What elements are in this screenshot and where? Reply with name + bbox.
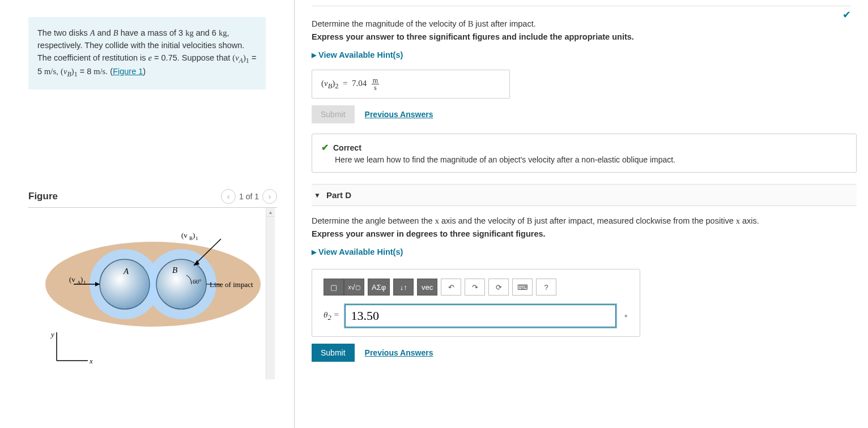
part-d-title: Part D (326, 190, 351, 200)
label-y: y (50, 330, 54, 339)
figure-pager: ‹ 1 of 1 › (221, 189, 277, 204)
hints-toggle[interactable]: ▶ View Available Hint(s) (312, 50, 403, 59)
figure-body: ▴ (28, 208, 277, 379)
help-button[interactable]: ? (536, 279, 556, 296)
unit-kg: kg (219, 28, 227, 37)
unit-ms: m/s (44, 67, 56, 76)
label-A: A (123, 267, 129, 276)
figure-diagram: A B (v A ) 1 (v B ) 1 (34, 219, 266, 378)
label-line-of-impact: Line of impact (210, 280, 253, 289)
scrollbar[interactable]: ▴ (266, 208, 275, 379)
text: have a mass of 3 (118, 28, 185, 37)
answer-label: (vB)2 = (321, 79, 352, 88)
unit-ms: m/s (93, 67, 105, 76)
var-va: (vA)1 (232, 53, 249, 62)
hints-label: View Available Hint(s) (318, 50, 403, 59)
sqrt-tool[interactable]: x√▢ (344, 279, 364, 296)
answer-input[interactable] (345, 305, 616, 327)
caret-right-icon: ▶ (312, 249, 316, 256)
part-d-block: Determine the angle between the x axis a… (312, 216, 857, 362)
part-d-prompt: Determine the angle between the x axis a… (312, 216, 857, 226)
answer-value: 7.04 (352, 79, 367, 88)
submit-row: Submit Previous Answers (312, 344, 857, 362)
part-c-block: Determine the magnitude of the velocity … (312, 19, 857, 173)
equation-toolbar: ▢ x√▢ ΑΣφ ↓↑ vec ↶ ↷ ⟳ ⌨ (324, 279, 628, 296)
text: . ( (105, 67, 113, 76)
feedback-title: ✔ Correct (321, 142, 847, 153)
figure-link[interactable]: Figure 1 (113, 67, 143, 76)
problem-statement: The two disks A and B have a mass of 3 k… (28, 17, 266, 89)
unit-kg: kg (185, 28, 194, 37)
scroll-up-icon[interactable]: ▴ (266, 208, 275, 217)
submit-button: Submit (312, 105, 355, 123)
feedback-box: ✔ Correct Here we learn how to find the … (312, 134, 857, 173)
template-tool[interactable]: ▢ (324, 279, 344, 296)
hints-label: View Available Hint(s) (318, 247, 403, 256)
right-panel: ✔ Determine the magnitude of the velocit… (295, 0, 868, 428)
theta-label: θ2 = (324, 310, 339, 322)
previous-answers-link[interactable]: Previous Answers (365, 348, 433, 357)
text: and (95, 28, 113, 37)
part-d-header[interactable]: ▼ Part D (312, 184, 857, 206)
label-B: B (172, 266, 177, 275)
text: , (56, 67, 61, 76)
text: The two disks (37, 28, 90, 37)
reset-button[interactable]: ⟳ (488, 279, 509, 296)
part-d-instructions: Express your answer in degrees to three … (312, 229, 857, 238)
figure-title: Figure (28, 191, 58, 202)
next-figure-button[interactable]: › (262, 189, 277, 204)
svg-text:1: 1 (83, 280, 86, 285)
text: = 0.75. Suppose that (152, 53, 232, 62)
hints-toggle[interactable]: ▶ View Available Hint(s) (312, 247, 403, 256)
label-x: x (89, 357, 93, 365)
svg-text:1: 1 (195, 236, 198, 241)
caret-down-icon: ▼ (314, 191, 321, 199)
disk-B: B (113, 28, 118, 37)
figure-header: Figure ‹ 1 of 1 › (28, 186, 277, 208)
submit-button[interactable]: Submit (312, 344, 355, 362)
figure-section: Figure ‹ 1 of 1 › ▴ (28, 186, 277, 379)
var-B: B (527, 216, 533, 225)
answer-input-panel: ▢ x√▢ ΑΣφ ↓↑ vec ↶ ↷ ⟳ ⌨ (312, 269, 640, 337)
label-vB1: (v (181, 231, 188, 239)
part-complete-check-icon: ✔ (312, 6, 851, 21)
keyboard-button[interactable]: ⌨ (512, 279, 533, 296)
redo-button[interactable]: ↷ (465, 279, 485, 296)
text: = 8 (78, 67, 94, 76)
var-vb: (vB)1 (61, 67, 78, 76)
input-row: θ2 = ∘ (324, 305, 628, 327)
disk-A: A (90, 28, 95, 37)
vec-tool[interactable]: vec (417, 279, 437, 296)
label-vA1: (v (69, 275, 75, 284)
text: just after impact, measured clockwise fr… (532, 216, 735, 225)
answer-display: (vB)2 = 7.04 ms (312, 70, 510, 99)
text: Determine the angle between the (312, 216, 435, 225)
updown-tool[interactable]: ↓↑ (393, 279, 414, 296)
svg-text:): ) (80, 275, 83, 284)
previous-answers-link[interactable]: Previous Answers (365, 110, 433, 119)
text: and 6 (194, 28, 219, 37)
part-c-instructions: Express your answer to three significant… (312, 32, 857, 41)
label-angle: 60° (193, 278, 201, 285)
submit-row: Submit Previous Answers (312, 105, 857, 123)
svg-text:): ) (193, 231, 195, 239)
undo-button[interactable]: ↶ (441, 279, 461, 296)
feedback-body: Here we learn how to find the magnitude … (335, 155, 847, 164)
text: axis and the velocity of (439, 216, 527, 225)
prev-figure-button[interactable]: ‹ (221, 189, 236, 204)
correct-label: Correct (333, 143, 361, 152)
text: ) (143, 67, 146, 76)
caret-right-icon: ▶ (312, 52, 316, 59)
greek-tool[interactable]: ΑΣφ (368, 279, 390, 296)
left-panel: The two disks A and B have a mass of 3 k… (0, 0, 295, 428)
text: axis. (740, 216, 759, 225)
pager-text: 1 of 1 (239, 192, 259, 201)
unit-degree: ∘ (624, 312, 628, 320)
var-x: x (435, 216, 439, 225)
check-icon: ✔ (321, 142, 329, 153)
answer-unit: ms (369, 78, 379, 88)
var-x: x (736, 216, 740, 225)
